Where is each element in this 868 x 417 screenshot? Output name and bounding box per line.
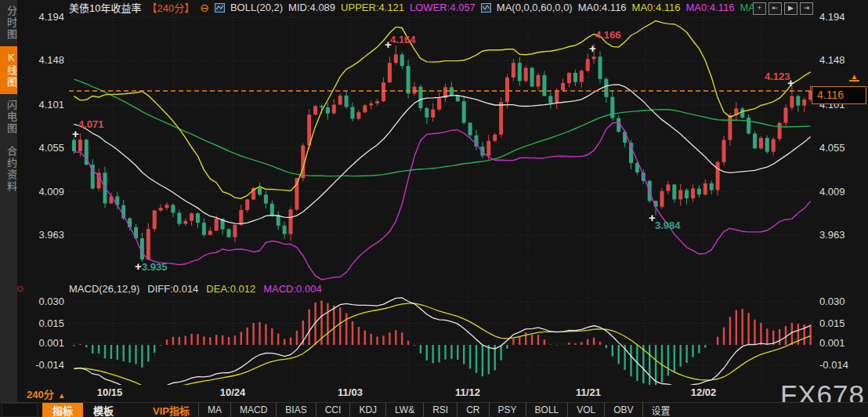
bottom-tab-模板[interactable]: 模板	[83, 403, 124, 417]
bottom-tab-CR[interactable]: CR	[457, 403, 488, 417]
price-annotation: 3.935	[142, 261, 168, 273]
date-axis-label: 11/03	[338, 386, 363, 398]
extreme-cross-marker: +	[385, 38, 392, 50]
price-axis-label: 4.194	[24, 11, 64, 23]
macd-axis-label: 0.030	[24, 296, 64, 307]
period-arrow-icon: ▲	[58, 391, 66, 400]
current-price-box: 4.116	[812, 86, 866, 104]
bottom-tabbar: 指标模板VIP指标MAMACDBIASCCIKDJLW&RSICRPSYBOLL…	[0, 402, 868, 417]
date-axis-label: 10/15	[97, 386, 123, 398]
boll-upper-value: UPPER:4.121	[341, 2, 404, 13]
price-annotation: 4.164	[390, 34, 416, 45]
sidebar-item-1[interactable]: 分时图	[0, 0, 17, 46]
bottom-tab-设置[interactable]: 设置	[642, 403, 679, 417]
price-axis-label: 4.148	[819, 54, 860, 66]
price-axis-label: 3.963	[819, 229, 860, 241]
extreme-cross-marker: +	[589, 42, 596, 54]
pan-right-icon[interactable]: ⇥	[800, 2, 813, 15]
app-window: 分时图K线图闪电图合约资料 美债10年收益率 【240分】 ⊖ BOLL(20,…	[0, 0, 868, 417]
bottom-tab-PSY[interactable]: PSY	[489, 403, 526, 417]
price-axis-label: 4.148	[24, 54, 64, 66]
macd-diff-value: DIFF:0.014	[147, 283, 198, 295]
bottom-tab-OBV[interactable]: OBV	[604, 403, 642, 417]
crosshair-icon[interactable]: +	[753, 2, 766, 15]
bottom-tab-VIP指标[interactable]: VIP指标	[144, 403, 198, 417]
chart-toolbar: +⇤▶⇥	[753, 2, 813, 15]
ma-name: MA(0,0,0,60,0,0)	[497, 2, 573, 13]
bottom-tab-MA[interactable]: MA	[198, 403, 230, 417]
macd-hist-value: MACD:0.004	[263, 283, 321, 295]
extreme-cross-marker: +	[135, 260, 142, 272]
extreme-cross-marker: +	[787, 77, 794, 89]
macd-header: MACD(26,12,9) DIFF:0.014 DEA:0.012 MACD:…	[69, 283, 322, 295]
sidebar-item-4[interactable]: 合约资料	[0, 140, 17, 198]
sidebar: 分时图K线图闪电图合约资料	[0, 0, 17, 417]
bottom-tab-MACD[interactable]: MACD	[230, 403, 276, 417]
price-axis-label: 4.194	[819, 11, 860, 23]
date-axis-label: 10/24	[220, 386, 246, 398]
scroll-to-latest-icon[interactable]: ▲	[849, 73, 859, 82]
price-axis-label: 4.055	[24, 142, 64, 154]
chart-canvas[interactable]	[0, 0, 868, 417]
price-axis-label: 4.009	[24, 186, 64, 198]
macd-axis-label: 0.015	[819, 317, 860, 329]
bottom-tab-指标[interactable]: 指标	[42, 403, 83, 417]
macd-axis-label: 0.030	[819, 296, 860, 307]
macd-axis-label: 0.001	[819, 337, 860, 349]
bottom-tab-BIAS[interactable]: BIAS	[276, 403, 315, 417]
date-axis-label: 11/21	[576, 386, 601, 398]
boll-mid-value: MID:4.089	[288, 2, 335, 13]
instrument-title: 美债10年收益率	[69, 0, 141, 15]
price-annotation: 4.123	[765, 71, 790, 82]
bottom-tab-KDJ[interactable]: KDJ	[349, 403, 385, 417]
pan-left-icon[interactable]: ⇤	[769, 2, 782, 15]
price-axis-label: 4.101	[24, 99, 64, 111]
price-annotation: 3.984	[655, 219, 681, 231]
ma1-value: MA0:4.116	[578, 2, 627, 13]
macd-axis-label: 0.001	[24, 337, 64, 349]
macd-dea-value: DEA:0.012	[206, 283, 255, 295]
alert-icon: ☼	[15, 281, 26, 294]
boll-lower-value: LOWER:4.057	[410, 2, 476, 13]
sidebar-item-3[interactable]: 闪电图	[0, 94, 17, 140]
period-label[interactable]: 【240分】	[146, 0, 194, 15]
macd-axis-label: 0.015	[24, 317, 64, 329]
ma2-value: MA0:4.116	[632, 2, 681, 13]
bottom-tab-RSI[interactable]: RSI	[423, 403, 457, 417]
bottom-tab-BOLL[interactable]: BOLL	[526, 403, 568, 417]
bottom-tab-LW&[interactable]: LW&	[385, 403, 423, 417]
boll-indicator-icon[interactable]	[215, 3, 225, 13]
macd-axis-label: -0.014	[819, 359, 860, 371]
macd-axis-label: -0.014	[24, 359, 64, 371]
price-annotation: 4.071	[78, 118, 104, 130]
date-axis-label: 12/02	[691, 386, 717, 398]
extreme-cross-marker: +	[649, 212, 656, 223]
bottom-tab-CCI[interactable]: CCI	[316, 403, 350, 417]
price-annotation: 4.166	[595, 29, 621, 41]
xaxis-period-label[interactable]: 240分▲	[27, 386, 66, 401]
price-axis-label: 3.963	[24, 229, 64, 241]
bottom-tab-VOL[interactable]: VOL	[567, 403, 604, 417]
extreme-cross-marker: +	[72, 128, 79, 140]
collapse-indicator-icon[interactable]: ⊖	[200, 2, 209, 14]
ma3-value: MA0:4.116	[686, 2, 735, 13]
corner-cell	[2, 403, 38, 417]
date-axis-label: 11/12	[455, 386, 480, 398]
price-axis-label: 4.009	[819, 186, 860, 198]
sidebar-item-2[interactable]: K线图	[0, 46, 17, 94]
boll-name: BOLL(20,2)	[230, 2, 283, 13]
macd-name[interactable]: MACD(26,12,9)	[69, 283, 139, 295]
topbar: 美债10年收益率 【240分】 ⊖ BOLL(20,2) MID:4.089 U…	[69, 1, 755, 14]
price-axis-label: 4.055	[819, 142, 860, 154]
play-icon[interactable]: ▶	[784, 2, 797, 15]
ma-indicator-icon[interactable]	[481, 3, 491, 13]
